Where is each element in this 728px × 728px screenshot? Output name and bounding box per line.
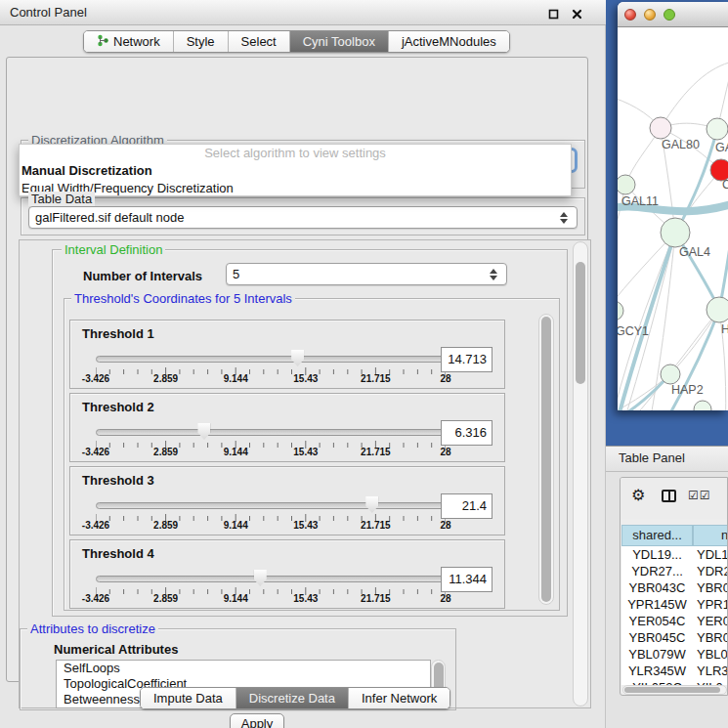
network-canvas[interactable]: GAL80GACGAL11GAL4GCY1HHAP2 [618, 27, 728, 410]
threshold-slider-thumb[interactable] [365, 496, 378, 513]
table-cell: YBL079W [621, 646, 693, 663]
slider-ticks [96, 512, 446, 522]
tab-network[interactable]: Network [84, 31, 173, 52]
close-icon[interactable] [572, 8, 582, 19]
slider-tick-label: 2.859 [153, 447, 178, 457]
table-row[interactable]: YER054CYER0 [621, 613, 728, 629]
network-node[interactable] [618, 301, 623, 321]
network-graph: GAL80GACGAL11GAL4GCY1HHAP2 [618, 27, 728, 410]
algorithm-option-manual-discretization[interactable]: Manual Discretization [20, 162, 571, 180]
table-cell: YDL19... [621, 546, 693, 563]
table-hscrollbar-thumb[interactable] [624, 687, 720, 693]
algorithm-option-equal-width-frequency-discretization[interactable]: Equal Width/Frequency Discretization [20, 180, 571, 197]
tab-infer-network[interactable]: Infer Network [348, 688, 450, 708]
tab-label: Select [241, 34, 277, 49]
tab-jactivemnodules[interactable]: jActiveMNodules [388, 31, 509, 52]
network-node-label: GAL80 [662, 138, 700, 151]
float-window-icon[interactable] [548, 8, 559, 19]
slider-tick-label: 2.859 [153, 373, 178, 384]
table-row[interactable]: YLR345WYLR3 [621, 663, 728, 679]
table-cell: YLR345W [621, 663, 693, 679]
table-cell: YBR043C [621, 579, 693, 596]
table-cell: YBL0 [697, 646, 728, 663]
network-node[interactable] [694, 401, 711, 410]
slider-ticks [96, 439, 446, 449]
threshold-scrollbar-thumb[interactable] [541, 317, 551, 602]
table-column-header[interactable]: shared... [621, 525, 693, 546]
slider-tick-label: 9.144 [224, 593, 248, 604]
table-cell: YBR045C [621, 629, 693, 646]
threshold-value-field[interactable]: 21.4 [441, 493, 492, 519]
network-node[interactable] [661, 218, 690, 247]
threshold-slider-track[interactable] [96, 502, 446, 509]
tab-label: Style [187, 34, 215, 49]
table-row[interactable]: YPR145WYPR1 [621, 596, 728, 613]
threshold-slider-thumb[interactable] [291, 350, 304, 366]
slider-tick-label: -3.426 [82, 447, 109, 457]
slider-tick-label: 9.144 [224, 520, 248, 531]
table-data-combobox[interactable]: galFiltered.sif default node [28, 206, 578, 229]
table-row[interactable]: YBR043CYBR0 [621, 579, 728, 596]
table-panel-title: Table Panel [619, 450, 685, 465]
slider-ticks [96, 365, 446, 375]
network-node[interactable] [707, 297, 728, 322]
number-of-intervals-combobox[interactable]: 5 [226, 263, 507, 285]
tab-discretize-data[interactable]: Discretize Data [236, 688, 348, 708]
tab-impute-data[interactable]: Impute Data [141, 688, 236, 708]
table-cell: YPR1 [697, 596, 728, 613]
columns-icon[interactable] [662, 490, 676, 502]
threshold-label: Threshold 4 [82, 546, 154, 561]
table-row[interactable]: YDL19...YDL1 [621, 546, 728, 563]
threshold-row-3: Threshold 3-3.4262.8599.14415.4321.71528… [69, 466, 505, 535]
network-window-titlebar[interactable] [618, 2, 728, 27]
table-cell: YPR145W [621, 596, 693, 613]
tab-label: Discretize Data [249, 691, 335, 706]
table-row[interactable]: YBL079WYBL0 [621, 646, 728, 663]
threshold-slider-track[interactable] [96, 429, 446, 436]
gear-icon[interactable]: ⚙ [631, 488, 645, 503]
algorithm-hint-item: Select algorithm to view settings [20, 145, 571, 162]
tab-style[interactable]: Style [173, 31, 228, 52]
threshold-slider-thumb[interactable] [254, 570, 267, 586]
tab-cyni-toolbox[interactable]: Cyni Toolbox [289, 31, 388, 52]
slider-tick-label: 21.715 [361, 447, 391, 457]
table-cell: YDR2 [697, 563, 728, 579]
network-node[interactable] [618, 175, 635, 194]
table-horizontal-scrollbar[interactable] [622, 685, 727, 695]
table-header-row: shared... na [621, 525, 728, 546]
apply-button[interactable]: Apply [230, 713, 284, 728]
table-cell: YBR0 [697, 629, 728, 646]
threshold-label: Threshold 1 [82, 326, 154, 341]
outer-scrollbar-thumb[interactable] [576, 262, 585, 384]
close-traffic-light[interactable] [624, 9, 636, 21]
tab-select[interactable]: Select [228, 31, 289, 52]
threshold-value-field[interactable]: 6.316 [441, 420, 492, 446]
threshold-slider-track[interactable] [96, 356, 446, 363]
slider-tick-label: -3.426 [82, 520, 109, 531]
network-node[interactable] [650, 117, 671, 139]
threshold-value-field[interactable]: 14.713 [441, 347, 492, 372]
tab-label: jActiveMNodules [402, 34, 496, 49]
slider-tick-label: -3.426 [82, 373, 109, 384]
combo-stepper-icon [487, 269, 500, 280]
slider-tick-label: 21.715 [361, 593, 391, 604]
bottom-tab-bar: Impute DataDiscretize DataInfer Network [140, 687, 450, 709]
attribute-item-selfloops[interactable]: SelfLoops [57, 661, 430, 676]
threshold-value-field[interactable]: 11.344 [441, 567, 492, 592]
zoom-traffic-light[interactable] [664, 9, 675, 21]
slider-ticks [96, 585, 446, 595]
threshold-slider-thumb[interactable] [197, 423, 210, 440]
table-row[interactable]: YDR27...YDR2 [621, 563, 728, 579]
outer-vertical-scrollbar[interactable] [573, 241, 588, 707]
threshold-vertical-scrollbar[interactable] [538, 314, 554, 605]
network-node[interactable] [707, 118, 728, 140]
network-node[interactable] [661, 364, 680, 384]
threshold-row-4: Threshold 4-3.4262.8599.14415.4321.71528… [69, 539, 505, 609]
table-column-header[interactable]: na [693, 525, 728, 546]
select-columns-checkbox-icons[interactable]: ☑☑ [688, 489, 711, 502]
table-row[interactable]: YBR045CYBR0 [621, 629, 728, 646]
slider-tick-label: 21.715 [361, 373, 391, 384]
minimize-traffic-light[interactable] [644, 9, 656, 21]
threshold-slider-track[interactable] [96, 576, 446, 582]
number-of-intervals-label: Number of Intervals [83, 269, 202, 283]
